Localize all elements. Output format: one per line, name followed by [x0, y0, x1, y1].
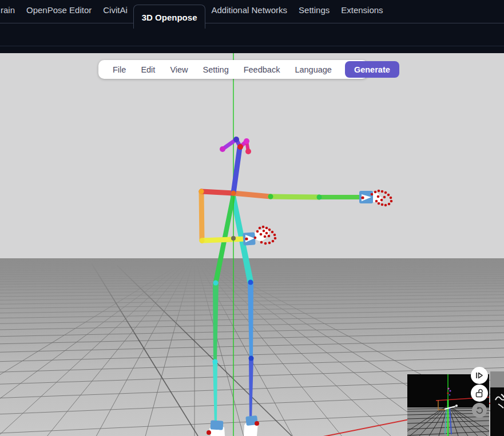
menu-language[interactable]: Language — [287, 65, 339, 74]
menu-file[interactable]: File — [98, 65, 133, 74]
unlock-button[interactable] — [471, 385, 488, 402]
tab-openpose-editor[interactable]: OpenPose Editor — [21, 0, 97, 23]
undo-icon — [475, 406, 484, 415]
top-tab-bar: rain OpenPose Editor CivitAi 3D Openpose… — [0, 0, 504, 23]
undo-button[interactable] — [472, 403, 487, 418]
tab-settings[interactable]: Settings — [293, 0, 335, 23]
divider-line — [0, 46, 504, 46]
menu-setting[interactable]: Setting — [196, 65, 236, 74]
right-foot[interactable] — [244, 415, 259, 436]
generate-button[interactable]: Generate — [345, 61, 399, 78]
tab-extensions[interactable]: Extensions — [335, 0, 388, 23]
tab-additional-networks[interactable]: Additional Networks — [205, 0, 293, 23]
tab-civitai[interactable]: CivitAi — [97, 0, 133, 23]
unlock-icon — [474, 388, 485, 398]
secondary-preview-panel[interactable] — [490, 371, 504, 436]
tab-train[interactable]: rain — [0, 0, 21, 23]
menu-feedback[interactable]: Feedback — [236, 65, 288, 74]
play-preview-icon — [474, 370, 485, 381]
editor-menu-bar: File Edit View Setting Feedback Language… — [98, 60, 368, 79]
menu-view[interactable]: View — [162, 65, 195, 74]
play-preview-button[interactable] — [471, 367, 488, 384]
toolbar-spacer — [0, 23, 504, 53]
viewport-3d[interactable]: File Edit View Setting Feedback Language… — [0, 53, 504, 436]
tab-3d-openpose[interactable]: 3D Openpose — [133, 5, 206, 29]
pose-scene — [0, 53, 504, 436]
menu-edit[interactable]: Edit — [133, 65, 162, 74]
